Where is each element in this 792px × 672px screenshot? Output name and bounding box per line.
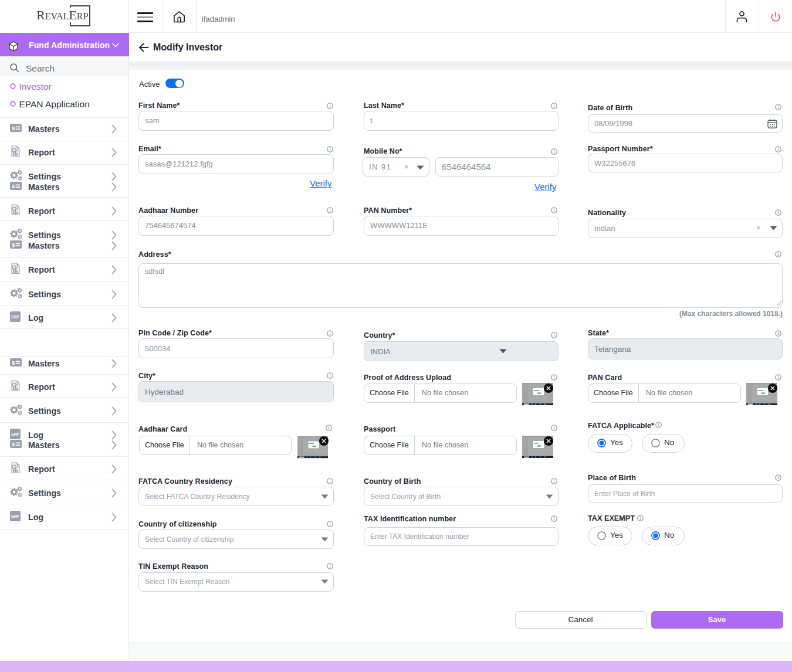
svg-text:$: $ <box>12 183 15 189</box>
svg-text:ERP: ERP <box>11 315 19 319</box>
svg-text:ERP: ERP <box>11 514 19 518</box>
svg-text:$: $ <box>12 241 15 247</box>
svg-text:ERP: ERP <box>11 432 19 436</box>
svg-text:$: $ <box>12 125 15 131</box>
svg-text:$: $ <box>12 359 15 365</box>
svg-text:$: $ <box>12 441 15 447</box>
